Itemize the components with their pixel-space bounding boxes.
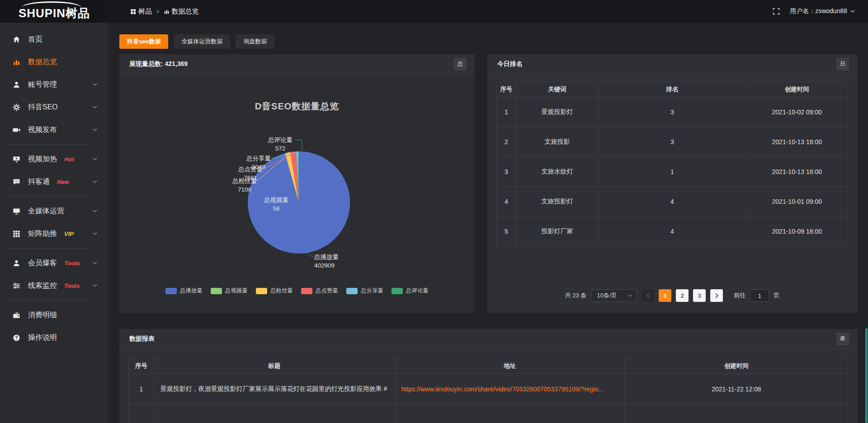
sidebar-item-bar-chart[interactable]: 数据总览 <box>0 51 108 73</box>
report-row-partial <box>129 404 848 423</box>
page-button-1[interactable]: 1 <box>659 289 671 302</box>
pie-chart-svg <box>119 74 475 312</box>
legend-item-总播放量[interactable]: 总播放量 <box>165 287 203 295</box>
legend-item-总视频量[interactable]: 总视频量 <box>211 287 248 295</box>
sidebar-item-badge: Tools <box>64 282 80 289</box>
fullscreen-icon[interactable] <box>773 8 780 15</box>
chevron-down-icon <box>627 293 633 298</box>
chevron-down-icon <box>92 179 98 184</box>
legend-item-总分享量[interactable]: 总分享量 <box>346 287 383 295</box>
sidebar: 首页数据总览账号管理抖音SEO视频发布视频加热Hot抖客通New全媒体运营矩阵助… <box>0 23 108 423</box>
chevron-down-icon <box>92 104 98 110</box>
svg-text:?: ? <box>15 335 18 340</box>
sidebar-item-home[interactable]: 首页 <box>0 28 108 51</box>
sidebar-item-help[interactable]: ?操作说明 <box>0 326 108 349</box>
chevron-down-icon <box>92 208 98 214</box>
chat-icon <box>12 178 20 186</box>
user-menu[interactable]: 用户名：zswodun88 <box>790 7 855 15</box>
breadcrumb-root[interactable]: 树品 <box>130 7 152 16</box>
legend-swatch <box>392 288 403 294</box>
page-button-3[interactable]: 3 <box>693 289 706 302</box>
video-publish-icon <box>12 126 20 134</box>
sidebar-item-video-publish[interactable]: 视频发布 <box>0 118 108 141</box>
legend-swatch <box>301 288 312 294</box>
legend-label: 总播放量 <box>180 287 203 295</box>
prev-page-button[interactable] <box>642 289 654 302</box>
tab-0[interactable]: 抖音seo数据 <box>119 34 168 49</box>
sidebar-item-wallet[interactable]: 消费明细 <box>0 304 108 326</box>
chevron-down-icon <box>92 156 98 162</box>
next-page-button[interactable] <box>710 289 723 302</box>
report-link[interactable]: https://www.iesdouyin.com/share/video/70… <box>401 385 605 393</box>
username-label: 用户名：zswodun88 <box>790 7 847 15</box>
rank-cell: 3 <box>497 157 516 187</box>
legend-item-总评论量[interactable]: 总评论量 <box>392 287 429 295</box>
pie-label-name: 总分享量 <box>234 154 283 163</box>
rank-cell: 2021-10-02 09:00 <box>746 97 848 127</box>
legend-swatch <box>165 288 177 294</box>
page-button-2[interactable]: 2 <box>676 289 689 302</box>
chevron-down-icon <box>92 82 98 87</box>
chevron-down-icon <box>850 9 855 14</box>
video-heat-icon <box>12 155 20 163</box>
legend-item-总粉丝量[interactable]: 总粉丝量 <box>256 287 293 295</box>
legend-swatch <box>346 288 358 294</box>
sidebar-item-label: 全媒体运营 <box>28 207 64 216</box>
rank-cell: 文旅水纹灯 <box>516 157 599 187</box>
rank-corner-button[interactable]: 日 <box>836 58 849 70</box>
sidebar-item-label: 数据总览 <box>28 57 57 67</box>
breadcrumb-current[interactable]: 数据总览 <box>164 7 199 16</box>
rank-cell: 景观投影灯 <box>516 97 599 127</box>
rank-cell: 投影灯厂家 <box>516 216 599 246</box>
today-rank-panel: 今日排名 日 序号关键词排名创建时间1景观投影灯32021-10-02 09:0… <box>487 54 857 313</box>
pie-label-总分享量: 总分享量3049 <box>234 154 283 171</box>
sidebar-item-video-heat[interactable]: 视频加热Hot <box>0 148 108 170</box>
goto-page-input[interactable]: 1 <box>750 289 769 302</box>
legend-label: 总分享量 <box>361 287 383 295</box>
report-header-row: 序号标题地址创建时间 <box>129 358 848 374</box>
rank-row: 1景观投影灯32021-10-02 09:00 <box>497 97 848 127</box>
overview-panel-title: 展现量总数: 421,369 <box>129 60 188 68</box>
pie-label-value: 402909 <box>314 261 368 270</box>
page-size-select[interactable]: 10条/页 <box>591 289 637 302</box>
breadcrumb-separator: > <box>156 8 160 15</box>
user-icon <box>12 81 20 89</box>
pie-label-name: 总视频量 <box>251 196 301 204</box>
sidebar-item-sliders[interactable]: 线索监控Tools <box>0 274 108 297</box>
legend-label: 总点赞量 <box>316 287 338 295</box>
report-table: 序号标题地址创建时间1景观投影灯，夜游景观投影灯厂家展示展示落花灯在花园里的灯光… <box>128 358 848 423</box>
pie-label-总播放量: 总播放量402909 <box>314 253 368 270</box>
scrollbar[interactable] <box>865 23 868 423</box>
sidebar-item-monitor[interactable]: 全媒体运营 <box>0 200 108 222</box>
pie-label-name: 总评论量 <box>255 136 305 144</box>
overview-corner-button[interactable]: 总 <box>454 58 467 70</box>
report-cell-url: https://www.iesdouyin.com/share/video/70… <box>395 374 625 404</box>
overview-panel: 展现量总数: 421,369 总 D音SEO数据量总览 总播放量402909总视… <box>119 54 475 313</box>
sidebar-item-user[interactable]: 账号管理 <box>0 73 108 96</box>
pie-label-总视频量: 总视频量58 <box>251 196 301 213</box>
sidebar-item-chat[interactable]: 抖客通New <box>0 170 108 193</box>
sidebar-item-grid[interactable]: 矩阵助推VIP <box>0 222 108 245</box>
grid-icon <box>12 230 20 238</box>
tab-2[interactable]: 询盘数据 <box>236 34 274 49</box>
report-corner-button[interactable]: 表 <box>836 333 849 345</box>
rank-row: 5投影灯厂家42021-10-09 18:00 <box>497 216 848 246</box>
tab-1[interactable]: 全媒体运营数据 <box>174 34 230 49</box>
pie-chart: D音SEO数据量总览 总播放量402909总视频量58总粉丝量7100总点赞量7… <box>119 74 475 312</box>
report-cell-title: 景观投影灯，夜游景观投影灯厂家展示展示落花灯在花园里的灯光投影应用效果 # <box>154 374 395 404</box>
sidebar-item-gear[interactable]: 抖音SEO <box>0 96 108 118</box>
rank-cell: 2021-10-09 18:00 <box>746 216 848 246</box>
legend-item-总点赞量[interactable]: 总点赞量 <box>301 287 338 295</box>
sidebar-item-label: 会员爆客 <box>28 258 57 268</box>
sidebar-item-label: 账号管理 <box>28 80 57 89</box>
scrollbar-thumb[interactable] <box>865 328 868 423</box>
report-header-cell: 创建时间 <box>625 358 848 374</box>
chevron-down-icon <box>92 127 98 132</box>
sidebar-item-member[interactable]: 会员爆客Tools <box>0 252 108 274</box>
rank-cell: 4 <box>599 187 746 216</box>
rank-row: 3文旅水纹灯12021-10-13 18:00 <box>497 157 848 187</box>
tab-bar: 抖音seo数据全媒体运营数据询盘数据 <box>119 34 857 49</box>
sidebar-divider <box>8 196 90 197</box>
rank-header-cell: 序号 <box>497 82 516 97</box>
rank-cell: 1 <box>497 97 516 127</box>
